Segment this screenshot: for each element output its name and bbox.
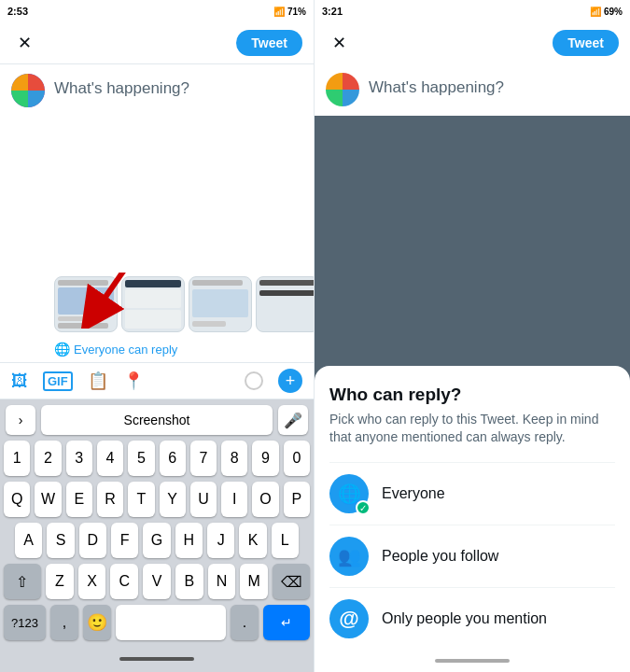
key-w[interactable]: W (35, 482, 61, 517)
reply-option-everyone[interactable]: 🌐 ✓ Everyone (329, 462, 615, 525)
gif-icon[interactable]: GIF (43, 371, 73, 391)
key-x[interactable]: X (78, 564, 106, 599)
time-left: 2:53 (7, 6, 28, 17)
reply-option-following[interactable]: 👥 People you follow (329, 525, 615, 587)
key-v[interactable]: V (143, 564, 171, 599)
progress-circle (245, 371, 263, 390)
key-e[interactable]: E (66, 482, 92, 517)
key-7[interactable]: 7 (190, 441, 217, 476)
emoji-key[interactable]: 🙂 (83, 605, 111, 640)
keyboard-number-row: 1 2 3 4 5 6 7 8 9 0 (4, 441, 310, 476)
reply-option-mention[interactable]: @ Only people you mention (329, 587, 615, 650)
add-tweet-button[interactable]: + (278, 369, 302, 393)
status-icons-left: 📶 71% (273, 7, 306, 17)
everyone-reply-label: Everyone can reply (74, 343, 177, 357)
status-bar-right: 3:21 📶 69% (315, 0, 630, 22)
key-9[interactable]: 9 (252, 441, 278, 476)
tweet-header-right: ✕ Tweet (315, 22, 630, 63)
key-p[interactable]: P (284, 482, 310, 517)
status-bar-left: 2:53 📶 71% (0, 0, 314, 22)
tweet-header-left: ✕ Tweet (0, 22, 314, 64)
delete-key[interactable]: ⌫ (273, 564, 310, 599)
space-key[interactable] (116, 605, 226, 640)
compose-toolbar: 🖼 GIF 📋 📍 + (0, 362, 314, 399)
key-b[interactable]: B (175, 564, 203, 599)
time-right: 3:21 (322, 6, 343, 17)
close-button-right[interactable]: ✕ (326, 30, 352, 56)
return-key[interactable]: ↵ (263, 605, 310, 640)
mention-label: Only people you mention (382, 610, 547, 627)
compose-area-left: What's happening? (0, 64, 314, 235)
svg-line-1 (93, 273, 135, 315)
everyone-reply-row[interactable]: 🌐 Everyone can reply (0, 336, 314, 362)
key-4[interactable]: 4 (97, 441, 123, 476)
following-label: People you follow (382, 548, 498, 565)
key-i[interactable]: I (221, 482, 247, 517)
shift-key[interactable]: ⇧ (4, 564, 41, 599)
everyone-icon: 🌐 ✓ (329, 474, 369, 513)
image-strip (0, 273, 314, 336)
keyboard-suggestion-text[interactable]: Screenshot (41, 405, 273, 435)
key-6[interactable]: 6 (160, 441, 186, 476)
microphone-button[interactable]: 🎤 (278, 405, 308, 435)
key-m[interactable]: M (240, 564, 268, 599)
avatar-left (11, 74, 45, 107)
close-button-left[interactable]: ✕ (11, 30, 37, 56)
tweet-button-right[interactable]: Tweet (553, 30, 619, 56)
thumbnail-3 (189, 276, 252, 332)
keyboard[interactable]: › Screenshot 🎤 1 2 3 4 5 6 7 8 9 0 Q W E… (0, 399, 314, 672)
tweet-button-left[interactable]: Tweet (236, 30, 302, 56)
keyboard-qwerty-row: Q W E R T Y U I O P (4, 482, 310, 517)
key-u[interactable]: U (190, 482, 217, 517)
keyboard-asdf-row: A S D F G H J K L (4, 523, 310, 558)
key-g[interactable]: G (143, 523, 170, 558)
key-o[interactable]: O (252, 482, 278, 517)
red-arrow-icon (75, 273, 149, 329)
who-can-reply-sheet: Who can reply? Pick who can reply to thi… (315, 366, 630, 672)
key-a[interactable]: A (15, 523, 42, 558)
num-switch-key[interactable]: ?123 (4, 605, 46, 640)
key-d[interactable]: D (79, 523, 106, 558)
following-icon: 👥 (329, 537, 369, 576)
comma-key[interactable]: , (50, 605, 78, 640)
key-c[interactable]: C (110, 564, 138, 599)
key-y[interactable]: Y (160, 482, 186, 517)
key-5[interactable]: 5 (128, 441, 154, 476)
key-h[interactable]: H (175, 523, 203, 558)
list-icon[interactable]: 📋 (88, 371, 108, 391)
mention-icon: @ (329, 599, 369, 638)
compose-area-right: What's happening? (315, 63, 630, 116)
key-t[interactable]: T (128, 482, 154, 517)
compose-placeholder-right[interactable]: What's happening? (369, 78, 619, 106)
location-icon[interactable]: 📍 (123, 371, 144, 391)
keyboard-suggestion-row: › Screenshot 🎤 (4, 405, 310, 435)
left-panel: 2:53 📶 71% ✕ Tweet What's happening? (0, 0, 315, 672)
key-8[interactable]: 8 (221, 441, 247, 476)
key-k[interactable]: K (239, 523, 266, 558)
home-bar-left (4, 650, 310, 668)
key-l[interactable]: L (272, 523, 299, 558)
thumbnail-4 (256, 276, 314, 332)
right-panel: 3:21 📶 69% ✕ Tweet What's happening? Who… (315, 0, 630, 672)
key-r[interactable]: R (97, 482, 123, 517)
sheet-description: Pick who can reply to this Tweet. Keep i… (329, 411, 615, 447)
key-f[interactable]: F (111, 523, 138, 558)
key-2[interactable]: 2 (35, 441, 61, 476)
keyboard-zxcv-row: ⇧ Z X C V B N M ⌫ (4, 564, 310, 599)
key-0[interactable]: 0 (284, 441, 310, 476)
key-1[interactable]: 1 (4, 441, 30, 476)
image-icon[interactable]: 🖼 (11, 371, 28, 391)
avatar-right (326, 73, 359, 106)
key-j[interactable]: J (207, 523, 234, 558)
expand-suggestions-button[interactable]: › (6, 405, 35, 435)
key-q[interactable]: Q (4, 482, 30, 517)
key-n[interactable]: N (208, 564, 236, 599)
compose-placeholder-left[interactable]: What's happening? (54, 79, 302, 226)
status-icons-right: 📶 69% (590, 7, 623, 17)
key-s[interactable]: S (47, 523, 74, 558)
key-z[interactable]: Z (46, 564, 74, 599)
selected-checkmark: ✓ (356, 500, 371, 515)
period-key[interactable]: . (231, 605, 259, 640)
sheet-title: Who can reply? (329, 385, 615, 405)
key-3[interactable]: 3 (66, 441, 92, 476)
